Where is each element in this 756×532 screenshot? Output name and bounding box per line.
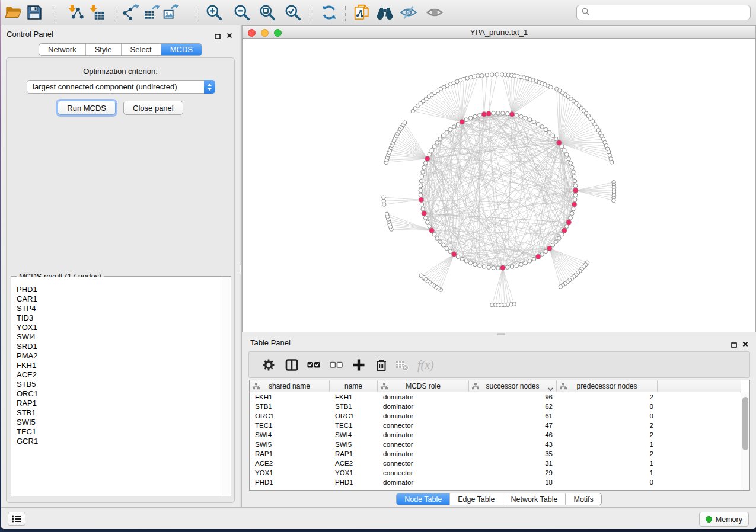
table-row[interactable]: FKH1FKH1dominator962 <box>250 392 741 402</box>
table-cell[interactable]: SWI5 <box>330 440 378 449</box>
table-cell[interactable] <box>658 402 741 411</box>
mcds-result-item[interactable]: SRD1 <box>12 342 222 351</box>
table-cell[interactable]: 2 <box>557 430 658 440</box>
gear-icon[interactable] <box>261 358 276 372</box>
table-row[interactable]: ACE2ACE2connector311 <box>250 459 741 468</box>
table-cell[interactable]: 61 <box>469 411 557 421</box>
zoom-selected-icon[interactable] <box>284 4 302 21</box>
table-cell[interactable]: RAP1 <box>250 449 330 459</box>
column-header-predecessor-nodes[interactable]: predecessor nodes <box>557 380 658 392</box>
table-cell[interactable]: TEC1 <box>250 421 330 430</box>
table-cell[interactable]: 46 <box>469 430 557 440</box>
table-cell[interactable]: connector <box>378 440 469 449</box>
table-cell[interactable]: 1 <box>557 459 658 468</box>
column-header-shared-name[interactable]: shared name <box>250 380 330 392</box>
run-mcds-button[interactable]: Run MCDS <box>58 101 116 115</box>
tab-node-table[interactable]: Node Table <box>397 493 450 505</box>
column-header-name[interactable]: name <box>330 380 378 392</box>
table-cell[interactable]: 0 <box>557 411 658 421</box>
mcds-result-item[interactable]: ORC1 <box>12 389 222 399</box>
tab-network-table[interactable]: Network Table <box>503 493 566 505</box>
search-input[interactable] <box>593 8 745 18</box>
close-table-panel-icon[interactable] <box>742 339 748 350</box>
tab-motifs[interactable]: Motifs <box>566 493 601 505</box>
table-cell[interactable]: SWI4 <box>330 430 378 440</box>
mcds-result-item[interactable]: SWI4 <box>12 332 222 342</box>
table-cell[interactable] <box>658 440 741 449</box>
column-header-MCDS-role[interactable]: MCDS role <box>378 380 469 392</box>
tab-mcds[interactable]: MCDS <box>161 44 202 55</box>
table-cell[interactable]: dominator <box>378 430 469 440</box>
table-cell[interactable]: ORC1 <box>330 411 378 421</box>
table-cell[interactable]: TEC1 <box>330 421 378 430</box>
table-row[interactable]: STB1STB1dominator620 <box>250 402 741 411</box>
tab-edge-table[interactable]: Edge Table <box>450 493 503 505</box>
table-cell[interactable] <box>658 468 741 477</box>
import-table-icon[interactable] <box>88 4 106 21</box>
table-cell[interactable]: ACE2 <box>330 459 378 468</box>
table-cell[interactable]: 2 <box>557 421 658 430</box>
table-cell[interactable] <box>658 392 741 402</box>
hide-selected-icon[interactable] <box>400 4 417 21</box>
table-cell[interactable]: dominator <box>378 477 469 487</box>
table-scrollbar[interactable] <box>741 392 749 490</box>
table-cell[interactable]: 96 <box>469 392 557 402</box>
table-cell[interactable]: 2 <box>557 392 658 402</box>
export-network-icon[interactable] <box>122 4 139 21</box>
table-cell[interactable]: PHD1 <box>330 477 378 487</box>
table-cell[interactable]: 35 <box>469 449 557 459</box>
table-cell[interactable]: YOX1 <box>250 468 330 477</box>
table-row[interactable]: SWI4SWI4dominator462 <box>250 430 741 440</box>
mcds-result-item[interactable]: STB1 <box>12 408 222 418</box>
mcds-result-item[interactable]: GCR1 <box>12 437 222 446</box>
mcds-result-item[interactable]: PHD1 <box>12 285 222 294</box>
table-cell[interactable]: connector <box>378 468 469 477</box>
table-cell[interactable]: dominator <box>378 449 469 459</box>
table-cell[interactable]: SWI5 <box>250 440 330 449</box>
mcds-result-item[interactable]: TID3 <box>12 313 222 323</box>
table-cell[interactable]: YOX1 <box>330 468 378 477</box>
mcds-result-item[interactable]: TEC1 <box>12 427 222 437</box>
table-row[interactable]: PHD1PHD1dominator180 <box>250 477 741 487</box>
mcds-result-item[interactable]: FKH1 <box>12 361 222 370</box>
table-cell[interactable] <box>658 459 741 468</box>
table-cell[interactable]: 2 <box>557 449 658 459</box>
mcds-result-item[interactable]: STP4 <box>12 304 222 313</box>
table-cell[interactable]: ORC1 <box>250 411 330 421</box>
table-cell[interactable]: SWI4 <box>250 430 330 440</box>
memory-button[interactable]: Memory <box>699 512 749 527</box>
table-cell[interactable]: FKH1 <box>250 392 330 402</box>
refresh-icon[interactable] <box>320 4 338 21</box>
delete-icon[interactable] <box>374 358 388 372</box>
optimization-criterion-select[interactable]: largest connected component (undirected) <box>27 80 215 94</box>
table-row[interactable]: YOX1YOX1connector291 <box>250 468 741 477</box>
table-cell[interactable]: FKH1 <box>330 392 378 402</box>
vertical-splitter-handle[interactable] <box>240 265 241 274</box>
show-columns-icon[interactable] <box>285 358 299 372</box>
table-row[interactable]: ORC1ORC1dominator610 <box>250 411 741 421</box>
table-cell[interactable] <box>658 411 741 421</box>
table-cell[interactable]: ACE2 <box>250 459 330 468</box>
table-cell[interactable]: 1 <box>557 440 658 449</box>
zoom-fit-icon[interactable] <box>259 4 276 21</box>
table-cell[interactable] <box>658 421 741 430</box>
table-cell[interactable]: RAP1 <box>330 449 378 459</box>
table-cell[interactable]: dominator <box>378 402 469 411</box>
table-cell[interactable]: PHD1 <box>250 477 330 487</box>
table-cell[interactable]: 0 <box>557 402 658 411</box>
table-cell[interactable]: 47 <box>469 421 557 430</box>
tab-select[interactable]: Select <box>122 44 161 55</box>
table-cell[interactable]: 62 <box>469 402 557 411</box>
zoom-in-icon[interactable] <box>205 4 223 21</box>
table-cell[interactable] <box>658 477 741 487</box>
deselect-all-icon[interactable] <box>329 358 343 372</box>
mcds-result-item[interactable]: SWI5 <box>12 418 222 427</box>
table-cell[interactable]: 0 <box>557 477 658 487</box>
table-cell[interactable] <box>658 430 741 440</box>
table-cell[interactable]: dominator <box>378 411 469 421</box>
table-row[interactable]: TEC1TEC1connector472 <box>250 421 741 430</box>
export-image-icon[interactable] <box>162 4 180 21</box>
mcds-result-item[interactable]: PMA2 <box>12 351 222 361</box>
mcds-result-item[interactable]: RAP1 <box>12 399 222 408</box>
column-header-successor-nodes[interactable]: successor nodes <box>469 380 557 392</box>
